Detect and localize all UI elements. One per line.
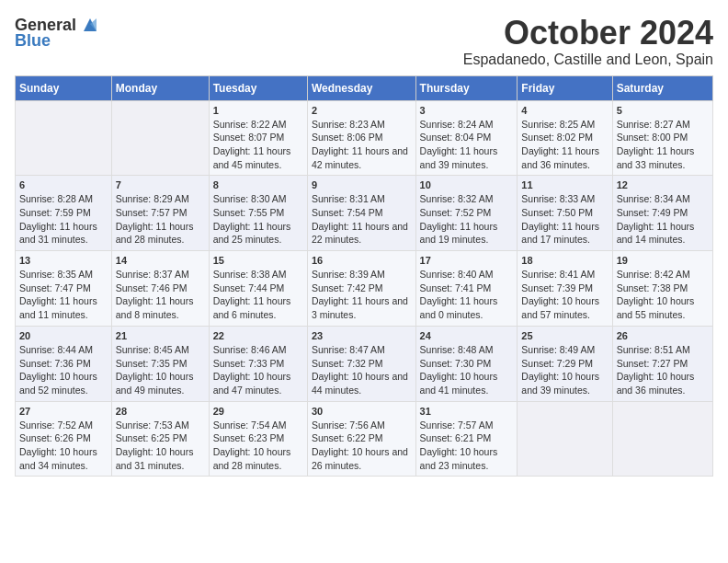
day-info: Sunrise: 8:29 AMSunset: 7:57 PMDaylight:… [116, 192, 205, 247]
daylight: Daylight: 11 hours and 11 minutes. [19, 295, 97, 320]
day-number: 29 [213, 406, 303, 417]
day-info: Sunrise: 8:41 AMSunset: 7:39 PMDaylight:… [521, 268, 608, 322]
day-info: Sunrise: 8:33 AMSunset: 7:50 PMDaylight:… [521, 192, 608, 247]
calendar-cell: 1Sunrise: 8:22 AMSunset: 8:07 PMDaylight… [209, 100, 307, 176]
day-info: Sunrise: 8:28 AMSunset: 7:59 PMDaylight:… [19, 192, 108, 247]
day-number: 28 [116, 406, 205, 417]
calendar-cell: 28Sunrise: 7:53 AMSunset: 6:25 PMDayligh… [111, 401, 209, 477]
title-section: October 2024 Espadanedo, Castille and Le… [463, 15, 713, 68]
sunrise: Sunrise: 8:49 AM [521, 344, 595, 355]
calendar-cell: 29Sunrise: 7:54 AMSunset: 6:23 PMDayligh… [209, 401, 307, 477]
sunrise: Sunrise: 8:42 AM [617, 269, 690, 280]
calendar-header-sunday: Sunday [16, 75, 112, 100]
daylight: Daylight: 11 hours and 19 minutes. [420, 221, 498, 246]
day-info: Sunrise: 8:23 AMSunset: 8:06 PMDaylight:… [312, 118, 412, 172]
daylight: Daylight: 10 hours and 57 minutes. [521, 295, 599, 320]
day-number: 12 [617, 179, 709, 190]
sunrise: Sunrise: 8:33 AM [521, 193, 595, 204]
sunrise: Sunrise: 7:57 AM [420, 419, 494, 431]
day-number: 5 [617, 105, 709, 116]
sunrise: Sunrise: 8:30 AM [213, 193, 287, 204]
day-number: 23 [312, 330, 412, 341]
sunset: Sunset: 7:55 PM [213, 207, 285, 218]
daylight: Daylight: 11 hours and 17 minutes. [521, 221, 599, 246]
sunset: Sunset: 7:41 PM [420, 282, 492, 293]
sunset: Sunset: 7:32 PM [312, 358, 383, 369]
sunset: Sunset: 7:52 PM [420, 207, 492, 218]
day-info: Sunrise: 8:40 AMSunset: 7:41 PMDaylight:… [420, 268, 514, 322]
day-number: 20 [19, 330, 108, 341]
calendar-cell: 16Sunrise: 8:39 AMSunset: 7:42 PMDayligh… [307, 251, 415, 327]
location-title: Espadanedo, Castille and Leon, Spain [463, 52, 713, 68]
calendar-week-row: 1Sunrise: 8:22 AMSunset: 8:07 PMDaylight… [16, 100, 713, 176]
day-info: Sunrise: 8:42 AMSunset: 7:38 PMDaylight:… [617, 268, 709, 322]
day-info: Sunrise: 7:54 AMSunset: 6:23 PMDaylight:… [213, 419, 303, 473]
sunrise: Sunrise: 8:39 AM [312, 269, 385, 280]
calendar-table: SundayMondayTuesdayWednesdayThursdayFrid… [15, 75, 713, 477]
calendar-cell: 31Sunrise: 7:57 AMSunset: 6:21 PMDayligh… [415, 401, 518, 477]
sunset: Sunset: 6:23 PM [213, 432, 285, 443]
day-number: 2 [312, 105, 412, 116]
day-info: Sunrise: 8:49 AMSunset: 7:29 PMDaylight:… [521, 343, 608, 397]
sunrise: Sunrise: 8:46 AM [213, 344, 287, 355]
day-number: 15 [213, 255, 303, 266]
calendar-cell [518, 401, 612, 477]
logo-blue-text: Blue [15, 31, 51, 51]
calendar-header-tuesday: Tuesday [209, 75, 307, 100]
calendar-cell: 10Sunrise: 8:32 AMSunset: 7:52 PMDayligh… [415, 176, 518, 251]
daylight: Daylight: 10 hours and 36 minutes. [617, 371, 695, 396]
sunrise: Sunrise: 8:38 AM [213, 269, 287, 280]
sunset: Sunset: 7:49 PM [617, 207, 688, 218]
sunset: Sunset: 7:35 PM [116, 358, 188, 369]
daylight: Daylight: 10 hours and 49 minutes. [116, 371, 194, 396]
sunset: Sunset: 7:27 PM [617, 358, 688, 369]
day-info: Sunrise: 8:45 AMSunset: 7:35 PMDaylight:… [116, 343, 205, 397]
day-number: 11 [521, 179, 608, 190]
sunset: Sunset: 7:50 PM [521, 207, 593, 218]
day-number: 1 [213, 105, 303, 116]
day-number: 26 [617, 330, 709, 341]
sunrise: Sunrise: 8:32 AM [420, 193, 494, 204]
sunrise: Sunrise: 7:53 AM [116, 419, 189, 431]
calendar-cell: 8Sunrise: 8:30 AMSunset: 7:55 PMDaylight… [209, 176, 307, 251]
sunset: Sunset: 7:36 PM [19, 358, 91, 369]
day-info: Sunrise: 8:30 AMSunset: 7:55 PMDaylight:… [213, 192, 303, 247]
day-info: Sunrise: 8:35 AMSunset: 7:47 PMDaylight:… [19, 268, 108, 322]
day-info: Sunrise: 8:48 AMSunset: 7:30 PMDaylight:… [420, 343, 514, 397]
daylight: Daylight: 11 hours and 28 minutes. [116, 221, 194, 246]
day-number: 3 [420, 105, 514, 116]
sunrise: Sunrise: 8:45 AM [116, 344, 189, 355]
day-info: Sunrise: 7:57 AMSunset: 6:21 PMDaylight:… [420, 419, 514, 473]
calendar-cell [16, 100, 112, 176]
daylight: Daylight: 10 hours and 26 minutes. [312, 446, 408, 471]
calendar-week-row: 27Sunrise: 7:52 AMSunset: 6:26 PMDayligh… [16, 401, 713, 477]
sunrise: Sunrise: 7:54 AM [213, 419, 287, 431]
calendar-cell: 7Sunrise: 8:29 AMSunset: 7:57 PMDaylight… [111, 176, 209, 251]
calendar-header-thursday: Thursday [415, 75, 518, 100]
sunrise: Sunrise: 8:41 AM [521, 269, 595, 280]
daylight: Daylight: 10 hours and 47 minutes. [213, 371, 291, 396]
day-info: Sunrise: 8:39 AMSunset: 7:42 PMDaylight:… [312, 268, 412, 322]
sunset: Sunset: 7:33 PM [213, 358, 285, 369]
daylight: Daylight: 10 hours and 44 minutes. [312, 371, 408, 396]
day-info: Sunrise: 7:53 AMSunset: 6:25 PMDaylight:… [116, 419, 205, 473]
day-number: 22 [213, 330, 303, 341]
calendar-cell [111, 100, 209, 176]
day-info: Sunrise: 7:56 AMSunset: 6:22 PMDaylight:… [312, 419, 412, 473]
calendar-cell: 23Sunrise: 8:47 AMSunset: 7:32 PMDayligh… [307, 326, 415, 401]
day-info: Sunrise: 8:46 AMSunset: 7:33 PMDaylight:… [213, 343, 303, 397]
calendar-cell: 15Sunrise: 8:38 AMSunset: 7:44 PMDayligh… [209, 251, 307, 327]
logo: General Blue [15, 15, 100, 51]
calendar-cell: 27Sunrise: 7:52 AMSunset: 6:26 PMDayligh… [16, 401, 112, 477]
calendar-cell: 21Sunrise: 8:45 AMSunset: 7:35 PMDayligh… [111, 326, 209, 401]
daylight: Daylight: 11 hours and 33 minutes. [617, 145, 695, 170]
calendar-header-saturday: Saturday [612, 75, 712, 100]
day-info: Sunrise: 8:31 AMSunset: 7:54 PMDaylight:… [312, 192, 412, 247]
sunset: Sunset: 6:26 PM [19, 432, 91, 443]
sunset: Sunset: 7:29 PM [521, 358, 593, 369]
calendar-week-row: 20Sunrise: 8:44 AMSunset: 7:36 PMDayligh… [16, 326, 713, 401]
day-info: Sunrise: 8:37 AMSunset: 7:46 PMDaylight:… [116, 268, 205, 322]
daylight: Daylight: 11 hours and 8 minutes. [116, 295, 194, 320]
calendar-cell: 3Sunrise: 8:24 AMSunset: 8:04 PMDaylight… [415, 100, 518, 176]
sunrise: Sunrise: 8:31 AM [312, 193, 385, 204]
